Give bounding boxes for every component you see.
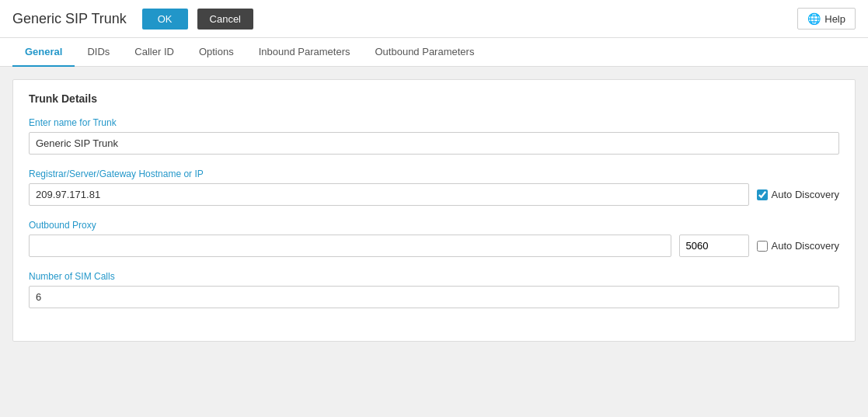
auto-discovery-2-checkbox[interactable] xyxy=(757,241,768,252)
page-title: Generic SIP Trunk xyxy=(12,11,127,27)
sim-calls-label: Number of SIM Calls xyxy=(29,271,839,282)
port-input[interactable] xyxy=(679,235,749,257)
registrar-row: Auto Discovery xyxy=(29,183,839,206)
registrar-input[interactable] xyxy=(29,183,749,206)
outbound-proxy-input[interactable] xyxy=(29,235,671,257)
registrar-group: Registrar/Server/Gateway Hostname or IP … xyxy=(29,169,839,206)
help-button[interactable]: 🌐 Help xyxy=(797,8,856,30)
help-icon: 🌐 xyxy=(807,12,821,25)
tab-general[interactable]: General xyxy=(12,38,75,67)
outbound-proxy-row: Auto Discovery xyxy=(29,235,839,257)
tab-caller-id[interactable]: Caller ID xyxy=(122,38,186,67)
outbound-proxy-group: Outbound Proxy Auto Discovery xyxy=(29,220,839,257)
help-label: Help xyxy=(824,13,845,25)
ok-button[interactable]: OK xyxy=(142,9,188,30)
tab-inbound-parameters[interactable]: Inbound Parameters xyxy=(246,38,363,67)
trunk-name-label: Enter name for Trunk xyxy=(29,117,839,128)
registrar-label: Registrar/Server/Gateway Hostname or IP xyxy=(29,169,839,179)
auto-discovery-1-text: Auto Discovery xyxy=(772,189,839,200)
tab-options[interactable]: Options xyxy=(186,38,246,67)
sim-calls-input[interactable] xyxy=(29,286,839,308)
section-title: Trunk Details xyxy=(29,92,839,105)
cancel-button[interactable]: Cancel xyxy=(197,9,253,30)
tabs-bar: General DIDs Caller ID Options Inbound P… xyxy=(0,38,868,67)
trunk-name-group: Enter name for Trunk xyxy=(29,117,839,155)
auto-discovery-2-label[interactable]: Auto Discovery xyxy=(757,240,839,252)
header: Generic SIP Trunk OK Cancel 🌐 Help xyxy=(0,0,868,38)
auto-discovery-1-checkbox[interactable] xyxy=(757,189,768,200)
auto-discovery-1-label[interactable]: Auto Discovery xyxy=(757,189,839,200)
outbound-proxy-label: Outbound Proxy xyxy=(29,220,839,231)
sim-calls-group: Number of SIM Calls xyxy=(29,271,839,308)
trunk-name-input[interactable] xyxy=(29,132,839,155)
tab-dids[interactable]: DIDs xyxy=(75,38,122,67)
trunk-details-section: Trunk Details Enter name for Trunk Regis… xyxy=(12,79,856,342)
tab-outbound-parameters[interactable]: Outbound Parameters xyxy=(363,38,487,67)
auto-discovery-2-text: Auto Discovery xyxy=(772,240,839,252)
main-content: Trunk Details Enter name for Trunk Regis… xyxy=(0,67,868,354)
